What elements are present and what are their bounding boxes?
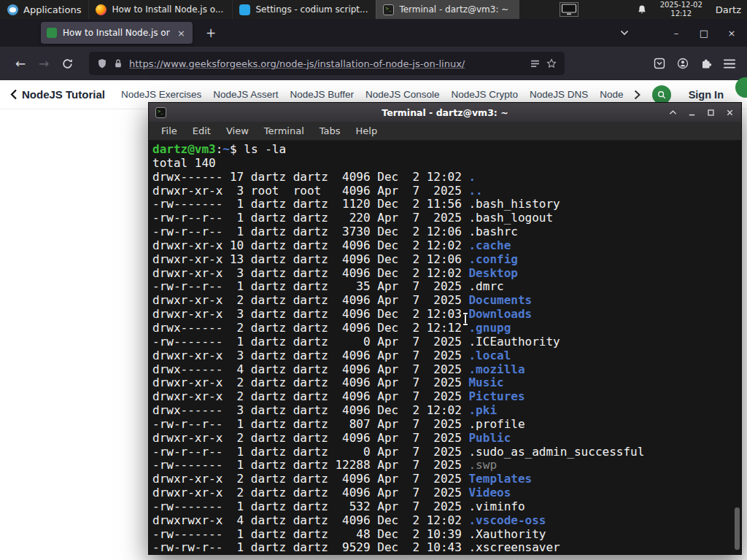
sign-in-button[interactable]: Sign In bbox=[689, 89, 724, 101]
panel-clock[interactable]: 2025-12-02 12:12 bbox=[660, 1, 703, 18]
terminal-line: -rw------- 1 dartz dartz 12288 Apr 7 202… bbox=[152, 459, 741, 472]
site-nav-link-nodejs-assert[interactable]: NodeJS Assert bbox=[213, 89, 278, 100]
tab-title: How to Install Node.js on bbox=[63, 28, 170, 38]
clock-date: 2025-12-02 bbox=[660, 1, 703, 9]
terminal-line: drwxr-xr-x 2 dartz dartz 4096 Apr 7 2025… bbox=[152, 376, 741, 390]
nav-chevron-right-icon[interactable] bbox=[634, 90, 640, 100]
firefox-icon bbox=[96, 4, 107, 15]
site-nav-link-nodejs-exercises[interactable]: NodeJS Exercises bbox=[121, 89, 201, 100]
tracking-shield-icon[interactable] bbox=[97, 58, 107, 69]
extension-badge-icon[interactable] bbox=[654, 58, 665, 69]
terminal-line: drwx------ 4 dartz dartz 4096 Apr 7 2025… bbox=[152, 363, 741, 377]
lock-icon[interactable] bbox=[114, 58, 123, 69]
terminal-maximize-button[interactable] bbox=[705, 107, 716, 117]
terminal-line: total 140 bbox=[152, 157, 741, 171]
terminal-menu-tabs[interactable]: Tabs bbox=[320, 125, 341, 136]
terminal-icon bbox=[383, 4, 394, 15]
codium-icon bbox=[239, 4, 250, 15]
site-nav-brand[interactable]: NodeJS Tutorial bbox=[22, 88, 105, 101]
terminal-line: drwxr-xr-x 2 dartz dartz 4096 Apr 7 2025… bbox=[152, 472, 741, 486]
terminal-window: Terminal - dartz@vm3: ~ FileEditViewTerm… bbox=[148, 102, 742, 555]
terminal-line: drwxr-xr-x 2 dartz dartz 4096 Apr 7 2025… bbox=[152, 294, 741, 308]
toolbar-extension-area bbox=[654, 58, 738, 69]
terminal-line: -rw-r--r-- 1 dartz dartz 807 Apr 7 2025 … bbox=[152, 418, 741, 432]
terminal-line: drwxr-xr-x 3 dartz dartz 4096 Dec 2 12:0… bbox=[152, 267, 741, 281]
new-tab-button[interactable]: + bbox=[201, 26, 220, 40]
window-maximize-button[interactable]: □ bbox=[699, 28, 709, 39]
terminal-line: -rw-rw-r-- 1 dartz dartz 9529 Dec 2 10:4… bbox=[152, 541, 741, 554]
applications-menu-button[interactable]: Applications bbox=[0, 0, 88, 19]
terminal-line: -rw------- 1 dartz dartz 1120 Dec 2 11:5… bbox=[152, 198, 741, 211]
browser-tab[interactable]: How to Install Node.js on × bbox=[41, 22, 193, 44]
list-all-tabs-icon[interactable] bbox=[620, 30, 629, 36]
terminal-line: drwxr-xr-x 3 dartz dartz 4096 Apr 7 2025… bbox=[152, 349, 741, 363]
notification-bell-icon[interactable] bbox=[637, 4, 647, 15]
terminal-line: drwx------ 17 dartz dartz 4096 Dec 2 12:… bbox=[152, 171, 741, 184]
terminal-menu-edit[interactable]: Edit bbox=[193, 125, 211, 136]
browser-tab-bar: How to Install Node.js on × + – □ × bbox=[0, 19, 747, 47]
panel-status-area: 2025-12-02 12:12 Dartz bbox=[560, 0, 747, 19]
terminal-minimize-button[interactable] bbox=[686, 107, 697, 117]
bookmark-star-icon[interactable] bbox=[546, 58, 557, 69]
menu-hamburger-icon[interactable] bbox=[724, 59, 735, 69]
tab-favicon-icon bbox=[47, 28, 57, 38]
reader-mode-icon[interactable] bbox=[530, 59, 540, 69]
browser-toolbar: ← → https://www.geeksforgeeks.org/node-j… bbox=[0, 47, 747, 80]
tabbar-controls: – □ × bbox=[620, 28, 747, 39]
reload-button[interactable] bbox=[55, 52, 79, 74]
terminal-titlebar[interactable]: Terminal - dartz@vm3: ~ bbox=[149, 103, 741, 122]
window-minimize-button[interactable]: – bbox=[671, 28, 681, 39]
terminal-line: drwxrwxr-x 4 dartz dartz 4096 Dec 2 12:0… bbox=[152, 514, 741, 528]
terminal-menu-terminal[interactable]: Terminal bbox=[264, 125, 304, 136]
applications-label: Applications bbox=[23, 4, 81, 15]
terminal-line: -rw-r--r-- 1 dartz dartz 35 Apr 7 2025 .… bbox=[152, 280, 741, 294]
window-button-label: Terminal - dartz@vm3: ~ bbox=[399, 4, 508, 15]
tray-terminal-icon[interactable] bbox=[560, 2, 578, 17]
site-nav-link-nodejs-console[interactable]: NodeJS Console bbox=[365, 89, 439, 100]
panel-window-button-firefox[interactable]: How to Install Node.js o... bbox=[88, 0, 232, 19]
clock-time: 12:12 bbox=[660, 9, 703, 18]
back-button[interactable]: ← bbox=[9, 52, 32, 74]
url-input[interactable]: https://www.geeksforgeeks.org/node-js/in… bbox=[129, 58, 524, 69]
terminal-line: -rw-r--r-- 1 dartz dartz 3730 Dec 2 12:0… bbox=[152, 225, 741, 239]
account-icon[interactable] bbox=[677, 58, 689, 69]
panel-window-button-codium[interactable]: Settings - codium script... bbox=[232, 0, 376, 19]
terminal-title: Terminal - dartz@vm3: ~ bbox=[149, 107, 741, 118]
terminal-line: drwxr-xr-x 2 dartz dartz 4096 Apr 7 2025… bbox=[152, 486, 741, 500]
site-search-icon[interactable] bbox=[652, 85, 671, 104]
terminal-menu-help[interactable]: Help bbox=[356, 125, 378, 136]
terminal-scrollbar[interactable] bbox=[735, 508, 740, 550]
terminal-line: drwxr-xr-x 13 dartz dartz 4096 Dec 2 12:… bbox=[152, 253, 741, 267]
terminal-window-controls bbox=[667, 107, 735, 117]
forward-button[interactable]: → bbox=[32, 52, 55, 74]
terminal-line: -rw------- 1 dartz dartz 0 Apr 7 2025 .I… bbox=[152, 335, 741, 349]
terminal-line: drwxr-xr-x 3 root root 4096 Apr 7 2025 .… bbox=[152, 184, 741, 198]
site-nav-link-node[interactable]: Node bbox=[600, 89, 623, 100]
terminal-line: drwx------ 2 dartz dartz 4096 Dec 2 12:1… bbox=[152, 322, 741, 335]
terminal-menu-file[interactable]: File bbox=[161, 125, 177, 136]
terminal-shade-icon[interactable] bbox=[667, 107, 678, 117]
terminal-menubar: FileEditViewTerminalTabsHelp bbox=[149, 122, 741, 141]
site-nav-link-nodejs-dns[interactable]: NodeJS DNS bbox=[530, 89, 588, 100]
terminal-close-button[interactable] bbox=[724, 107, 735, 117]
panel-user-label[interactable]: Dartz bbox=[716, 4, 741, 15]
site-nav-link-nodejs-buffer[interactable]: NodeJS Buffer bbox=[290, 89, 355, 100]
window-close-button[interactable]: × bbox=[727, 28, 737, 39]
terminal-line: -rw-r--r-- 1 dartz dartz 220 Apr 7 2025 … bbox=[152, 211, 741, 225]
panel-window-button-terminal[interactable]: Terminal - dartz@vm3: ~ bbox=[376, 0, 519, 19]
url-bar[interactable]: https://www.geeksforgeeks.org/node-js/in… bbox=[89, 52, 565, 75]
site-nav-links: NodeJS ExercisesNodeJS AssertNodeJS Buff… bbox=[121, 89, 624, 100]
terminal-line: -rw------- 1 dartz dartz 48 Dec 2 10:39 … bbox=[152, 528, 741, 542]
terminal-output[interactable]: dartz@vm3:~$ ls -latotal 140drwx------ 1… bbox=[149, 141, 741, 554]
terminal-line: drwxr-xr-x 2 dartz dartz 4096 Apr 7 2025… bbox=[152, 432, 741, 446]
mouse-cursor bbox=[465, 314, 466, 324]
tab-close-icon[interactable]: × bbox=[176, 28, 187, 39]
terminal-line: drwxr-xr-x 10 dartz dartz 4096 Dec 2 12:… bbox=[152, 239, 741, 253]
nav-chevron-left-icon[interactable] bbox=[10, 89, 18, 100]
terminal-line: -rw-r--r-- 1 dartz dartz 0 Apr 7 2025 .s… bbox=[152, 446, 741, 459]
terminal-menu-view[interactable]: View bbox=[226, 125, 249, 136]
distro-logo-icon bbox=[7, 4, 18, 15]
extensions-puzzle-icon[interactable] bbox=[700, 58, 712, 69]
window-button-label: Settings - codium script... bbox=[255, 4, 368, 15]
site-nav-link-nodejs-crypto[interactable]: NodeJS Crypto bbox=[451, 89, 518, 100]
